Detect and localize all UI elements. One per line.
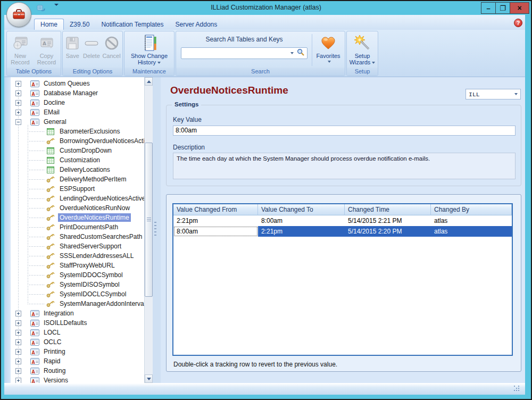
grid-cell[interactable]: 5/14/2015 2:20 PM [345, 226, 431, 237]
tree-item-locl[interactable]: ALOCL [11, 328, 144, 337]
scrollbar-thumb[interactable] [145, 143, 153, 297]
resize-grip-icon[interactable] [514, 386, 520, 392]
tree-item-label: Custom Queues [42, 79, 92, 88]
grid-column-header[interactable]: Value Changed From [173, 204, 258, 215]
tree-item-printing[interactable]: APrinting [11, 347, 144, 356]
tracking-panel: Value Changed FromValue Changed ToChange… [166, 194, 521, 372]
panel-splitter[interactable] [153, 77, 161, 383]
tree-item-espsupport[interactable]: ESPSupport [11, 184, 144, 194]
maximize-button[interactable]: ❐ [495, 2, 510, 14]
tab-notification-templates[interactable]: Notification Templates [95, 19, 169, 30]
expand-icon[interactable] [15, 81, 21, 87]
chevron-down-icon [157, 62, 161, 64]
grid-cell[interactable]: atlas [431, 226, 512, 237]
expand-icon[interactable] [15, 359, 21, 364]
tree-item-label: SharedServerSupport [58, 242, 123, 251]
ribbon-group-maintenance: Show Change History Maintenance [124, 31, 174, 76]
search-dropdown-chevron-icon[interactable] [290, 52, 294, 54]
tree-item-sharedserversupport[interactable]: SharedServerSupport [11, 241, 144, 251]
titlebar[interactable]: ILLiad Customization Manager (atlas) – ❐… [1, 1, 531, 15]
expand-icon[interactable] [15, 330, 21, 336]
tree-item-staffproxyweburl[interactable]: StaffProxyWebURL [11, 261, 144, 270]
tree-item-systemidisosymbol[interactable]: SystemIDISOSymbol [11, 280, 144, 289]
tree-item-routing[interactable]: ARouting [11, 366, 144, 376]
show-change-history-button[interactable]: Show Change History [128, 32, 171, 68]
tree-item-barometerexclusions[interactable]: BarometerExclusions [11, 127, 144, 136]
expand-icon[interactable] [15, 110, 21, 115]
tree-item-borrowingoverduenoticesactive[interactable]: BorrowingOverdueNoticesActive [11, 136, 144, 146]
tree-item-general[interactable]: AGeneral [11, 117, 144, 127]
expand-icon[interactable] [15, 349, 21, 355]
application-menu-button[interactable] [6, 2, 31, 27]
expand-icon[interactable] [15, 320, 21, 326]
favorites-button[interactable]: Favorites [312, 32, 344, 68]
tree-item-deliverymethodperitem[interactable]: DeliveryMethodPerItem [11, 174, 144, 184]
expand-icon[interactable] [15, 311, 21, 316]
category-icon: A [30, 329, 39, 337]
grid-cell[interactable]: 5/14/2015 2:21 PM [345, 215, 431, 226]
category-icon: A [30, 377, 39, 384]
minimize-button[interactable]: – [481, 2, 496, 14]
tree-item-docline[interactable]: ADocline [11, 98, 144, 107]
tree-item-overduenoticesrunnow[interactable]: OverdueNoticesRunNow [11, 203, 144, 213]
tree-item-printdocumentspath[interactable]: PrintDocumentsPath [11, 222, 144, 232]
expand-icon[interactable] [15, 378, 21, 384]
help-button[interactable]: ? [514, 19, 522, 27]
cancel-button[interactable]: Cancel [102, 32, 120, 68]
grid-cell[interactable]: atlas [431, 215, 512, 226]
key-value-input[interactable] [173, 126, 516, 136]
tree-item-email[interactable]: AEMail [11, 107, 144, 117]
tree-item-systemidoclcsymbol[interactable]: SystemIDOCLCSymbol [11, 289, 144, 299]
tree-item-integration[interactable]: AIntegration [11, 309, 144, 318]
tree-item-overduenoticesruntime[interactable]: OverdueNoticesRuntime [11, 213, 144, 222]
search-icon[interactable] [297, 48, 305, 59]
expand-icon[interactable] [15, 90, 21, 96]
expand-icon[interactable] [15, 100, 21, 106]
tab-z3950[interactable]: Z39.50 [64, 19, 95, 30]
grid-cell[interactable]: 8:00am [173, 226, 258, 237]
tree-item-label: OverdueNoticesRunNow [58, 204, 131, 212]
tracking-row[interactable]: 2:21pm8:00am5/14/2015 2:21 PMatlas [173, 215, 512, 226]
grid-cell[interactable]: 2:21pm [258, 226, 345, 237]
new-record-button[interactable]: New Record [7, 32, 33, 68]
tree-item-deliverylocations[interactable]: DeliveryLocations [11, 165, 144, 174]
collapse-icon[interactable] [15, 119, 21, 125]
tab-home[interactable]: Home [34, 19, 64, 30]
tree-item-rapid[interactable]: ARapid [11, 356, 144, 366]
scroll-up-button[interactable] [145, 77, 153, 86]
expand-icon[interactable] [15, 368, 21, 374]
tree-item-isoilldefaults[interactable]: AISOILLDefaults [11, 318, 144, 328]
grid-column-header[interactable]: Changed Time [345, 204, 431, 215]
tree-scrollbar[interactable] [144, 77, 153, 383]
tree-item-custom-queues[interactable]: ACustom Queues [11, 79, 144, 88]
scrollbar-track[interactable] [145, 86, 153, 374]
tree-item-lendingoverduenoticesactive[interactable]: LendingOverdueNoticesActive [11, 194, 144, 203]
grid-column-header[interactable]: Changed By [431, 204, 512, 215]
search-combo[interactable] [181, 47, 307, 59]
tree-item-sharedcustomsearchespath[interactable]: SharedCustomSearchesPath [11, 232, 144, 241]
tree-item-database-manager[interactable]: ADatabase Manager [11, 88, 144, 98]
copy-record-button[interactable]: A Copy Record [33, 32, 60, 68]
tree-item-customization[interactable]: Customization [11, 155, 144, 165]
scope-combo[interactable]: ILL [466, 89, 521, 99]
grid-column-header[interactable]: Value Changed To [258, 204, 345, 215]
tree-item-label: SystemManagerAddonInterval [58, 299, 144, 308]
grid-cell[interactable]: 8:00am [258, 215, 345, 226]
tracking-row[interactable]: 8:00am2:21pm5/14/2015 2:20 PMatlas [173, 226, 512, 237]
grid-cell[interactable]: 2:21pm [173, 215, 258, 226]
svg-text:A: A [31, 341, 35, 346]
tree-item-versions[interactable]: AVersions [11, 376, 144, 383]
setup-wizards-button[interactable]: Setup Wizards [347, 32, 377, 68]
delete-button[interactable]: Delete [83, 32, 100, 68]
expand-icon[interactable] [15, 339, 21, 345]
tree-item-oclc[interactable]: AOCLC [11, 337, 144, 347]
save-button[interactable]: Save [64, 32, 80, 68]
tab-server-addons[interactable]: Server Addons [170, 19, 223, 30]
tree-item-systemmanageraddoninterval[interactable]: SystemManagerAddonInterval [11, 299, 144, 309]
search-input[interactable] [184, 49, 289, 57]
tree-item-ssslenderaddressesall[interactable]: SSSLenderAddressesALL [11, 251, 144, 261]
tree-item-systemiddocsymbol[interactable]: SystemIDDOCSymbol [11, 270, 144, 280]
tree-item-customdropdown[interactable]: CustomDropDown [11, 146, 144, 155]
close-button[interactable]: × [510, 2, 529, 14]
scroll-down-button[interactable] [145, 374, 153, 383]
